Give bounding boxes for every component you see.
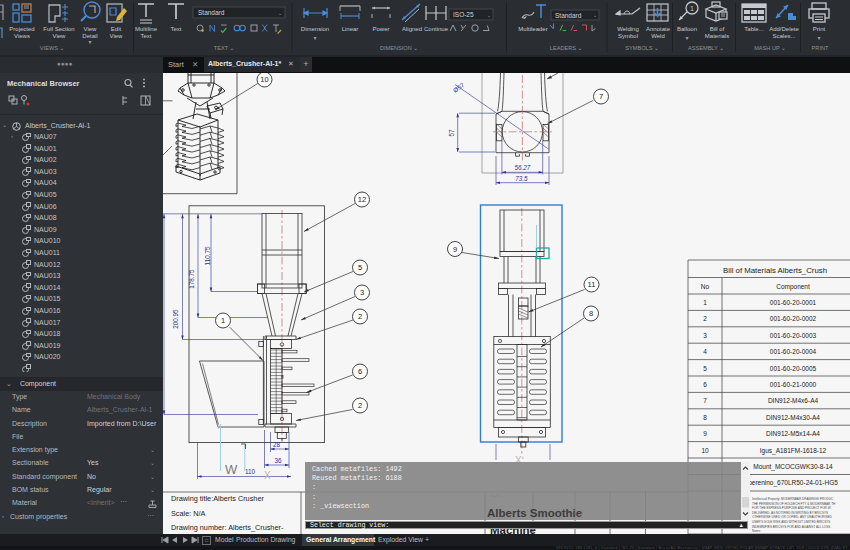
svg-text:001-60-21-0000: 001-60-21-0000 <box>770 381 817 388</box>
svg-text:perenino_670LR50-24-01-HG5: perenino_670LR50-24-01-HG5 <box>748 479 838 487</box>
svg-text:ISO-25: ISO-25 <box>453 11 474 18</box>
svg-text:Igus_A181FM-1618-12: Igus_A181FM-1618-12 <box>760 447 827 455</box>
svg-text:INDEMNIFIES BRICSYS FOR AND AG: INDEMNIFIES BRICSYS FOR AND AGAINST ALL … <box>752 525 830 529</box>
svg-text:▾: ▾ <box>88 39 91 45</box>
svg-text:12: 12 <box>358 195 366 204</box>
svg-text:Mount_MCOCGWK30-8-14: Mount_MCOCGWK30-8-14 <box>753 463 833 471</box>
svg-text:Text: Text <box>170 26 181 32</box>
svg-text:Add/Delete: Add/Delete <box>769 26 799 32</box>
svg-text:4: 4 <box>703 348 707 355</box>
svg-text:6: 6 <box>358 367 362 376</box>
svg-text:⌄: ⌄ <box>278 10 282 16</box>
svg-text:Standard: Standard <box>555 12 582 19</box>
svg-text:Materials: Materials <box>705 33 729 39</box>
svg-text:Weld: Weld <box>651 33 665 39</box>
svg-text:Y: Y <box>216 422 222 431</box>
svg-text:5: 5 <box>358 263 362 272</box>
svg-text:Power: Power <box>372 26 389 32</box>
svg-text:DIN912-M4x30-A4: DIN912-M4x30-A4 <box>766 414 820 421</box>
svg-text:Bill of Materials Alberts_Crus: Bill of Materials Alberts_Crush <box>723 266 827 275</box>
svg-text:11: 11 <box>588 280 596 289</box>
svg-text:DIN912-M4x6-A4: DIN912-M4x6-A4 <box>768 397 819 404</box>
svg-text:Continue: Continue <box>424 26 449 32</box>
svg-text:Standard: Standard <box>198 9 225 16</box>
svg-text:8: 8 <box>589 309 593 318</box>
svg-text:SYMBOLS ⌄: SYMBOLS ⌄ <box>625 45 658 51</box>
svg-text:001-60-20-0004: 001-60-20-0004 <box>770 348 817 355</box>
svg-text:Views: Views <box>14 33 30 39</box>
svg-text:56.27: 56.27 <box>514 164 530 171</box>
svg-text:Scales...: Scales... <box>772 33 795 39</box>
svg-text:001-60-20-0003: 001-60-20-0003 <box>770 332 817 339</box>
svg-text:Table...: Table... <box>744 26 764 32</box>
svg-text:10: 10 <box>701 447 709 454</box>
svg-text:1: 1 <box>690 5 694 12</box>
svg-text:1: 1 <box>221 316 225 325</box>
svg-text:⌄: ⌄ <box>593 12 597 18</box>
svg-text:Multileader: Multileader <box>518 26 547 32</box>
svg-text:Dimension: Dimension <box>301 26 329 32</box>
svg-text:8: 8 <box>703 414 707 421</box>
svg-text:No: No <box>701 283 710 290</box>
svg-text:9: 9 <box>703 430 707 437</box>
svg-text:Linear: Linear <box>342 26 359 32</box>
svg-text:10: 10 <box>260 75 268 84</box>
svg-text:LEADERS ⌄: LEADERS ⌄ <box>550 45 582 51</box>
svg-text:2: 2 <box>703 315 707 322</box>
svg-text:9: 9 <box>453 245 457 254</box>
svg-text:Print: Print <box>813 26 826 32</box>
svg-text:W: W <box>225 462 238 477</box>
svg-text:3: 3 <box>703 332 707 339</box>
svg-text:001-60-20-0001: 001-60-20-0001 <box>770 299 817 306</box>
svg-text:3: 3 <box>360 288 364 297</box>
svg-text:5: 5 <box>703 365 707 372</box>
svg-text:Full Section: Full Section <box>43 26 74 32</box>
svg-text:Component: Component <box>776 283 810 291</box>
svg-text:Drawing title:Alberts Crusher: Drawing title:Alberts Crusher <box>171 494 264 503</box>
svg-text:7: 7 <box>703 397 707 404</box>
svg-text:Aligned: Aligned <box>402 26 422 32</box>
svg-text:DIN912-M5x14-A4: DIN912-M5x14-A4 <box>766 430 820 437</box>
svg-text:Bill of: Bill of <box>710 26 725 32</box>
svg-text:▾: ▾ <box>817 35 820 41</box>
svg-text:▾: ▾ <box>313 35 316 41</box>
svg-text:DELIVERED. AS NOTIFIED IN WRIT: DELIVERED. AS NOTIFIED IN WRITING BY BRI… <box>752 511 828 515</box>
svg-text:1: 1 <box>703 299 707 306</box>
svg-text:Multiline: Multiline <box>135 26 158 32</box>
svg-text:View: View <box>53 33 67 39</box>
svg-text:Annotate: Annotate <box>646 26 671 32</box>
svg-text:Drawing number: Alberts_Crushe: Drawing number: Alberts_Crusher- <box>171 523 284 532</box>
svg-text:110: 110 <box>245 468 256 475</box>
svg-text:PRINT: PRINT <box>812 45 829 51</box>
svg-text:Welding: Welding <box>617 26 639 32</box>
svg-text:6: 6 <box>703 381 707 388</box>
svg-text:▾: ▾ <box>685 35 688 41</box>
svg-text:DIMENSION ⌄: DIMENSION ⌄ <box>380 45 418 51</box>
svg-text:178.75: 178.75 <box>188 269 195 289</box>
svg-text:View: View <box>110 33 124 39</box>
svg-text:2: 2 <box>358 312 362 321</box>
svg-text:X: X <box>264 470 271 481</box>
svg-text:MASH UP ⌄: MASH UP ⌄ <box>754 45 786 51</box>
svg-text:110.75: 110.75 <box>204 246 211 265</box>
svg-text:001-60-20-0005: 001-60-20-0005 <box>770 365 817 372</box>
svg-text:⌄: ⌄ <box>487 12 491 18</box>
svg-text:2: 2 <box>358 401 362 410</box>
svg-text:USER'S SOLE RISK AND WITHOUT L: USER'S SOLE RISK AND WITHOUT LIMITED BRI… <box>752 520 830 524</box>
svg-text:36: 36 <box>274 457 282 464</box>
svg-text:Balloon: Balloon <box>677 26 697 32</box>
svg-text:Symbol: Symbol <box>618 33 638 39</box>
svg-text:VIEWS ⌄: VIEWS ⌄ <box>40 45 64 51</box>
svg-text:OTHERWISE USED OR COPIED. ANY: OTHERWISE USED OR COPIED. ANY UNAUTHORIS… <box>752 515 833 519</box>
svg-text:FOR THE EXPRESS PURPOSE AND PR: FOR THE EXPRESS PURPOSE AND PROJECT FOR … <box>752 506 831 510</box>
svg-text:Scale: N/A: Scale: N/A <box>171 509 206 518</box>
svg-text:Intellectual Property: MODERNB: Intellectual Property: MODERNBAR DRAWING… <box>752 497 834 501</box>
svg-text:THE PERMISSION OF HOLDECH PTY: THE PERMISSION OF HOLDECH PTY & MODERNBA… <box>752 502 835 506</box>
svg-text:View: View <box>84 26 98 32</box>
svg-text:Edit: Edit <box>111 26 122 32</box>
svg-text:7: 7 <box>599 92 603 101</box>
svg-text:73.5: 73.5 <box>515 175 528 182</box>
svg-text:28: 28 <box>273 441 281 448</box>
svg-text:ASSEMBLY ⌄: ASSEMBLY ⌄ <box>688 45 724 51</box>
svg-text:Projected: Projected <box>9 26 34 32</box>
